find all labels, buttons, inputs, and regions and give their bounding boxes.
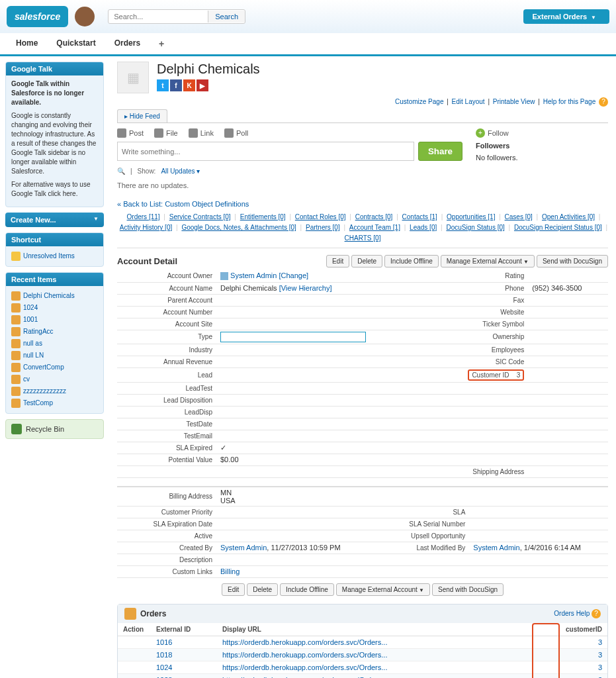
recycle-icon bbox=[11, 424, 22, 434]
related-link[interactable]: Contracts [0] bbox=[355, 213, 393, 220]
detail-btn-send-with-docusign[interactable]: Send with DocuSign bbox=[537, 255, 608, 267]
order-url-link[interactable]: https://orderdb.herokuapp.com/orders.svc… bbox=[222, 651, 387, 659]
sidebar-recycle[interactable]: Recycle Bin bbox=[5, 419, 104, 439]
related-link[interactable]: Account Team [1] bbox=[349, 224, 400, 231]
sidebar-shortcut: Shortcut Unresolved Items bbox=[5, 232, 104, 267]
related-link[interactable]: Activity History [0] bbox=[120, 224, 172, 231]
related-link[interactable]: Contacts [1] bbox=[402, 213, 437, 220]
tab-quickstart[interactable]: Quickstart bbox=[47, 33, 105, 54]
col-external-id[interactable]: External ID bbox=[151, 623, 217, 636]
order-ext-link[interactable]: 1018 bbox=[156, 651, 172, 659]
recent-item[interactable]: Delphi Chemicals bbox=[11, 290, 98, 302]
link-help-page[interactable]: Help for this Page bbox=[543, 98, 596, 105]
search-button[interactable]: Search bbox=[208, 11, 245, 23]
related-link[interactable]: CHARTS [0] bbox=[345, 234, 381, 242]
follow-button[interactable]: +Follow bbox=[476, 128, 608, 138]
help-icon[interactable]: ? bbox=[592, 609, 601, 618]
related-link[interactable]: Partners [0] bbox=[306, 224, 340, 231]
related-link[interactable]: Orders [11] bbox=[127, 213, 160, 220]
detail-btn-manage-external-account[interactable]: Manage External Account bbox=[336, 583, 430, 596]
col-display-url[interactable]: Display URL bbox=[217, 623, 548, 636]
view-hierarchy-link[interactable]: [View Hierarchy] bbox=[279, 284, 332, 292]
detail-btn-delete[interactable]: Delete bbox=[351, 255, 382, 267]
order-ext-link[interactable]: 1016 bbox=[156, 638, 172, 646]
recent-item[interactable]: null LN bbox=[11, 350, 98, 362]
account-mini-icon bbox=[11, 303, 21, 313]
recent-item[interactable]: cv bbox=[11, 373, 98, 385]
order-ext-link[interactable]: 1038 bbox=[156, 676, 172, 679]
hide-feed-button[interactable]: ▸ Hide Feed bbox=[117, 109, 167, 122]
related-link[interactable]: DocuSign Recipient Status [0] bbox=[514, 224, 602, 231]
recent-item[interactable]: null as bbox=[11, 338, 98, 350]
recent-item[interactable]: RatingAcc bbox=[11, 326, 98, 338]
col-action: Action bbox=[118, 623, 151, 636]
related-link[interactable]: Contact Roles [0] bbox=[295, 213, 346, 220]
detail-btn-send-with-docusign[interactable]: Send with DocuSign bbox=[432, 583, 504, 596]
detail-btn-delete[interactable]: Delete bbox=[247, 583, 278, 596]
related-link[interactable]: Google Docs, Notes, & Attachments [0] bbox=[181, 224, 296, 231]
order-ext-link[interactable]: 1024 bbox=[156, 663, 172, 671]
detail-btn-include-offline[interactable]: Include Offline bbox=[384, 255, 439, 267]
related-link[interactable]: Service Contracts [0] bbox=[169, 213, 231, 220]
order-url-link[interactable]: https://orderdb.herokuapp.com/orders.svc… bbox=[222, 676, 387, 679]
account-mini-icon bbox=[11, 387, 21, 396]
recent-item[interactable]: ConvertComp bbox=[11, 362, 98, 373]
all-updates-dropdown[interactable]: All Updates ▾ bbox=[161, 168, 200, 175]
owner-link[interactable]: System Admin bbox=[230, 271, 277, 279]
link-edit-layout[interactable]: Edit Layout bbox=[452, 98, 485, 105]
modified-by-link[interactable]: System Admin bbox=[473, 544, 519, 552]
detail-btn-edit[interactable]: Edit bbox=[326, 255, 349, 267]
feed-tab-link[interactable]: Link bbox=[189, 128, 214, 138]
facebook-icon[interactable]: f bbox=[170, 79, 182, 91]
related-link[interactable]: Cases [0] bbox=[505, 213, 533, 220]
tab-orders[interactable]: Orders bbox=[105, 33, 150, 54]
related-link[interactable]: Entitlements [0] bbox=[240, 213, 286, 220]
change-owner-link[interactable]: [Change] bbox=[279, 271, 308, 279]
detail-btn-include-offline[interactable]: Include Offline bbox=[280, 583, 334, 596]
detail-btn-edit[interactable]: Edit bbox=[222, 583, 245, 596]
feed-tab-file[interactable]: File bbox=[154, 128, 178, 138]
share-button[interactable]: Share bbox=[418, 142, 462, 161]
shortcut-unresolved[interactable]: Unresolved Items bbox=[11, 250, 98, 262]
recent-item[interactable]: zzzzzzzzzzzzz bbox=[11, 385, 98, 397]
feed-tab-poll[interactable]: Poll bbox=[224, 128, 248, 138]
search-input[interactable] bbox=[109, 11, 208, 23]
youtube-icon[interactable]: ▶ bbox=[197, 79, 208, 91]
recent-item[interactable]: 1024 bbox=[11, 302, 98, 314]
feed-search-icon[interactable]: 🔍 bbox=[117, 168, 125, 175]
order-cust-link[interactable]: 3 bbox=[598, 663, 602, 671]
type-inline-edit[interactable] bbox=[220, 332, 366, 342]
related-link[interactable]: Leads [0] bbox=[410, 224, 437, 231]
order-cust-link[interactable]: 3 bbox=[598, 676, 602, 679]
order-url-link[interactable]: https://orderdb.herokuapp.com/orders.svc… bbox=[222, 638, 387, 646]
tab-add[interactable]: + bbox=[150, 33, 173, 54]
recent-item[interactable]: TestComp bbox=[11, 397, 98, 409]
gtalk-text-2: Google is constantly changing and evolvi… bbox=[11, 111, 98, 176]
back-to-list-link[interactable]: « Back to List: Custom Object Definition… bbox=[117, 200, 608, 208]
detail-btn-manage-external-account[interactable]: Manage External Account bbox=[441, 255, 535, 267]
external-orders-app-menu[interactable]: External Orders bbox=[523, 9, 609, 24]
help-icon[interactable]: ? bbox=[599, 97, 608, 107]
feed-tab-post[interactable]: Post bbox=[117, 128, 144, 138]
feed-input[interactable] bbox=[117, 142, 414, 161]
order-cust-link[interactable]: 3 bbox=[598, 651, 602, 659]
twitter-icon[interactable]: t bbox=[157, 79, 169, 91]
billing-link[interactable]: Billing bbox=[220, 567, 240, 575]
related-link[interactable]: Open Activities [0] bbox=[542, 213, 595, 220]
order-url-link[interactable]: https://orderdb.herokuapp.com/orders.svc… bbox=[222, 663, 387, 671]
tab-bar: Home Quickstart Orders + bbox=[0, 33, 616, 56]
related-link[interactable]: DocuSign Status [0] bbox=[446, 224, 504, 231]
klout-icon[interactable]: K bbox=[183, 79, 195, 91]
order-cust-link[interactable]: 3 bbox=[598, 638, 602, 646]
related-link[interactable]: Opportunities [1] bbox=[447, 213, 495, 220]
recent-item[interactable]: 1001 bbox=[11, 314, 98, 326]
orders-help-link[interactable]: Orders Help bbox=[554, 610, 590, 617]
link-customize[interactable]: Customize Page bbox=[395, 98, 443, 105]
plus-icon: + bbox=[476, 128, 485, 138]
col-customer-id[interactable]: customerID bbox=[548, 623, 607, 636]
created-by-link[interactable]: System Admin bbox=[220, 544, 267, 552]
link-printable[interactable]: Printable View bbox=[493, 98, 535, 105]
link-icon bbox=[189, 128, 198, 138]
tab-home[interactable]: Home bbox=[7, 33, 47, 54]
create-new-button[interactable]: Create New... bbox=[5, 213, 104, 227]
